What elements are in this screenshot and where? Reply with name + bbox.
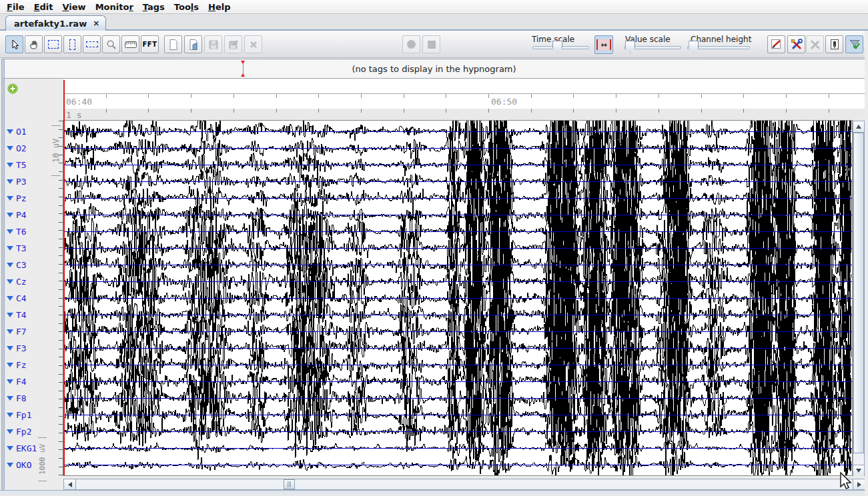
record-monitor-button[interactable] xyxy=(402,35,420,53)
channel-label-O2[interactable]: O2 xyxy=(7,143,27,153)
channel-label-OKO[interactable]: OKO xyxy=(7,459,31,470)
channel-dropdown-icon[interactable] xyxy=(7,446,13,451)
select-page-tool-button[interactable] xyxy=(44,35,62,53)
vertical-scrollbar[interactable] xyxy=(853,121,865,476)
select-channel-tool-button[interactable] xyxy=(83,35,101,53)
scroll-up-button[interactable] xyxy=(853,121,864,133)
horizontal-scrollbar-thumb[interactable] xyxy=(284,479,295,489)
channel-label-Pz[interactable]: Pz xyxy=(7,193,27,203)
tab-title: artefakty1.raw xyxy=(14,19,87,29)
preferences-tools-button[interactable] xyxy=(787,35,805,53)
menu-edit[interactable]: Edit xyxy=(34,2,53,12)
save-tag-button[interactable] xyxy=(204,35,222,53)
channel-dropdown-icon[interactable] xyxy=(7,179,13,184)
filters-button[interactable] xyxy=(845,35,863,53)
zoom-tool-button[interactable] xyxy=(102,35,120,53)
splitter-handle[interactable] xyxy=(3,59,5,496)
channel-height-slider-thumb[interactable] xyxy=(689,41,699,53)
scroll-down-button[interactable] xyxy=(853,465,864,476)
channel-label-C3[interactable]: C3 xyxy=(7,259,27,270)
tab-close-icon[interactable]: × xyxy=(93,19,99,28)
channel-label-P4[interactable]: P4 xyxy=(7,209,27,220)
window-bottom-edge xyxy=(0,490,868,496)
scroll-left-button[interactable] xyxy=(64,479,76,489)
hypnogram-panel[interactable]: (no tags to display in the hypnogram) xyxy=(1,59,867,79)
channel-dropdown-icon[interactable] xyxy=(7,279,13,284)
channel-label-Fz[interactable]: Fz xyxy=(7,359,27,370)
menu-view[interactable]: View xyxy=(63,2,86,12)
channel-dropdown-icon[interactable] xyxy=(7,129,13,134)
channel-label-F8[interactable]: F8 xyxy=(7,393,27,403)
close-tag-button[interactable] xyxy=(244,35,262,53)
channel-dropdown-icon[interactable] xyxy=(7,329,13,334)
time-tick xyxy=(446,94,446,98)
channel-label-Cz[interactable]: Cz xyxy=(7,276,27,287)
channel-label-F4[interactable]: F4 xyxy=(7,376,27,387)
tab-artefakty1[interactable]: artefakty1.raw × xyxy=(5,15,106,31)
channel-dropdown-icon[interactable] xyxy=(7,313,13,317)
menu-file[interactable]: File xyxy=(7,2,25,12)
splitter-handle[interactable] xyxy=(1,59,3,496)
channel-label-T4[interactable]: T4 xyxy=(7,309,27,320)
second-tick xyxy=(276,109,277,113)
signal-parameters-button[interactable] xyxy=(767,35,785,53)
fft-tool-button[interactable]: FFT xyxy=(141,35,159,53)
menu-tags[interactable]: Tags xyxy=(143,2,165,12)
channel-dropdown-icon[interactable] xyxy=(7,196,13,201)
fit-page-toggle-button[interactable]: ↔ xyxy=(594,35,613,54)
horizontal-scrollbar[interactable] xyxy=(63,479,865,490)
signal-trace-O2 xyxy=(63,121,851,228)
time-tick xyxy=(743,94,744,98)
time-scale-slider-thumb[interactable] xyxy=(552,41,562,53)
channel-dropdown-icon[interactable] xyxy=(7,379,13,384)
save-tag-as-button[interactable] xyxy=(224,35,242,53)
channel-dropdown-icon[interactable] xyxy=(7,263,13,267)
select-block-tool-button[interactable] xyxy=(63,35,81,53)
channel-dropdown-icon[interactable] xyxy=(7,413,13,417)
channel-label-O1[interactable]: O1 xyxy=(7,126,27,137)
value-scale-slider-thumb[interactable] xyxy=(625,41,635,53)
channel-dropdown-icon[interactable] xyxy=(7,396,13,401)
menu-monitor[interactable]: Monitor xyxy=(95,2,133,12)
hypnogram-position-marker[interactable] xyxy=(243,61,244,77)
signal-plot[interactable] xyxy=(63,120,853,476)
menu-help[interactable]: Help xyxy=(208,2,230,12)
channel-dropdown-icon[interactable] xyxy=(7,213,13,217)
channel-label-Fp2[interactable]: Fp2 xyxy=(7,426,31,437)
second-tick xyxy=(659,109,659,113)
disabled-tools-button[interactable] xyxy=(806,35,824,53)
montage-button[interactable] xyxy=(825,35,843,53)
open-tag-document-button[interactable] xyxy=(184,35,202,53)
second-tick xyxy=(106,109,107,113)
channel-dropdown-icon[interactable] xyxy=(7,463,13,467)
channel-label-F3[interactable]: F3 xyxy=(7,343,27,353)
channel-dropdown-icon[interactable] xyxy=(7,163,13,167)
scroll-right-button[interactable] xyxy=(853,479,865,489)
channel-dropdown-icon[interactable] xyxy=(7,429,13,434)
stop-monitor-button[interactable] xyxy=(422,35,440,53)
channel-dropdown-icon[interactable] xyxy=(7,296,13,301)
channel-label-T3[interactable]: T3 xyxy=(7,243,27,253)
channel-dropdown-icon[interactable] xyxy=(7,146,13,151)
channel-dropdown-icon[interactable] xyxy=(7,346,13,351)
channel-dropdown-icon[interactable] xyxy=(7,363,13,367)
new-tag-document-button[interactable] xyxy=(164,35,182,53)
channel-label-Fp1[interactable]: Fp1 xyxy=(7,409,31,420)
vertical-scrollbar-thumb[interactable] xyxy=(853,133,864,453)
second-tick xyxy=(786,109,787,113)
channel-label-T6[interactable]: T6 xyxy=(7,226,27,237)
channel-dropdown-icon[interactable] xyxy=(7,229,13,234)
pointer-tool-button[interactable] xyxy=(5,35,23,53)
seconds-ruler-label: 1 s xyxy=(66,110,81,120)
hand-tool-button[interactable] xyxy=(25,35,43,53)
channel-label-F7[interactable]: F7 xyxy=(7,326,27,337)
add-channel-button[interactable] xyxy=(7,83,18,94)
menu-tools[interactable]: Tools xyxy=(174,2,199,12)
channel-label-T5[interactable]: T5 xyxy=(7,159,27,170)
time-tick xyxy=(234,94,234,98)
channel-dropdown-icon[interactable] xyxy=(7,246,13,251)
channel-label-C4[interactable]: C4 xyxy=(7,293,27,303)
ruler-tool-button[interactable] xyxy=(121,35,139,53)
channel-label-P3[interactable]: P3 xyxy=(7,176,27,187)
channel-label-EKG1[interactable]: EKG1 xyxy=(7,443,37,453)
